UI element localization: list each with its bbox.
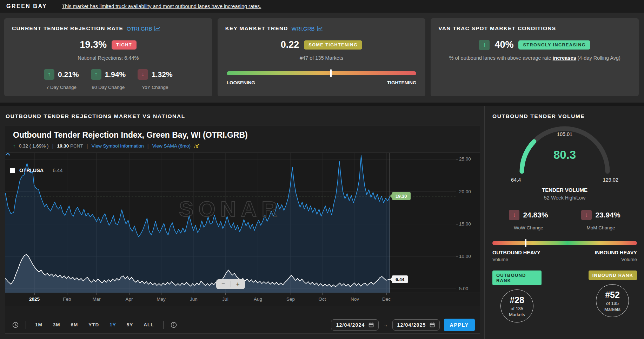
y-axis-label: 25.00	[459, 156, 471, 162]
arrow-down-icon: ↓	[581, 210, 592, 220]
status-badge-tight: TIGHT	[112, 40, 137, 50]
chart-title: Outbound Tender Rejection Index, Green B…	[13, 130, 472, 140]
arrow-down-icon: ↓	[509, 210, 519, 220]
range-button-all[interactable]: ALL	[139, 320, 158, 330]
mom-change: ↓ 23.94% MoM Change	[565, 210, 637, 230]
trend-marker	[330, 69, 332, 77]
date-from-input[interactable]: 12/04/2024	[331, 319, 378, 331]
x-axis-label: Feb	[63, 296, 71, 302]
range-button-1y[interactable]: 1Y	[105, 320, 120, 330]
x-axis-label: May	[157, 296, 166, 302]
date-to-input[interactable]: 12/04/2025	[392, 319, 440, 331]
range-button-3m[interactable]: 3M	[49, 320, 65, 330]
chevron-up-icon[interactable]	[5, 153, 10, 156]
divider	[163, 321, 164, 329]
x-axis-label: Sep	[286, 296, 295, 302]
chart-panel: Outbound Tender Rejection Index, Green B…	[5, 125, 480, 334]
time-axis[interactable]: 2025FebMarAprMayJunJulAugSepOctNovDec	[5, 293, 480, 306]
symbol-link-otri[interactable]: OTRI.GRB	[127, 26, 160, 32]
outbound-rank: OUTBOUND RANK #28 of 135 Markets	[492, 270, 542, 322]
price-tag-market: 19.30	[392, 192, 411, 200]
y-axis-label: 5.00	[459, 286, 468, 291]
range-button-ytd[interactable]: YTD	[84, 320, 103, 330]
change-up-arrow: ↑	[13, 143, 15, 149]
trend-value: 0.22	[281, 39, 299, 50]
increases-link[interactable]: increases	[553, 55, 576, 61]
calendar-icon	[430, 322, 435, 327]
range-button-1m[interactable]: 1M	[31, 320, 47, 330]
haul-balance-bar	[492, 241, 637, 245]
line-chart-icon	[317, 26, 323, 31]
chart-plot-area[interactable]: SONAR OTRI.USA 6.44 19.30 6.44 − +	[5, 153, 456, 293]
scale-label-loosening: LOOSENING	[227, 80, 255, 85]
legend-swatch[interactable]	[10, 168, 15, 173]
chart-canvas	[5, 153, 456, 293]
outbound-rank-circle: #28 of 135 Markets	[500, 289, 533, 322]
spot-subtext: % of outbound lanes with above average r…	[438, 55, 631, 61]
price-tag-national: 6.44	[392, 275, 408, 283]
view-sama-link[interactable]: View SAMA (6mo)	[152, 143, 191, 149]
divider: |	[87, 143, 88, 149]
rejection-rate-value: 19.3%	[80, 39, 107, 50]
inbound-rank-circle: #52 of 135 Markets	[596, 284, 629, 317]
symbol-link-wri[interactable]: WRI.GRB	[292, 26, 323, 32]
date-to-value: 12/04/2025	[397, 322, 426, 328]
outbound-heavy-label: OUTBOUND HEAVY	[492, 250, 540, 255]
market-description-link[interactable]: This market has limited truck availabili…	[62, 4, 261, 9]
wow-change: ↓ 24.83% WoW Change	[492, 210, 565, 230]
outbound-tender-volume-panel: OUTBOUND TENDER VOLUME 105.01 80.3 64.4 …	[484, 106, 644, 339]
change-value: 24.83%	[523, 211, 548, 219]
legend-name: OTRI.USA	[19, 168, 44, 173]
high-low-caption: 52-Week High/Low	[492, 195, 637, 201]
clock-icon[interactable]	[10, 322, 21, 328]
chart-change: 0.32 ( 1.69% )	[19, 143, 49, 149]
arrow-down-icon: ↓	[138, 69, 148, 80]
x-axis-label: 2025	[29, 296, 40, 302]
tightening-scale-bar	[227, 71, 417, 75]
change-value: 1.94%	[105, 70, 126, 79]
apply-button[interactable]: APPLY	[444, 319, 475, 331]
outbound-volume-sub: Volume	[492, 257, 540, 262]
change-label: WoW Change	[514, 225, 543, 230]
x-axis-label: Jun	[190, 296, 198, 302]
y-axis-label: 20.00	[459, 189, 471, 194]
sidebar-title: OUTBOUND TENDER VOLUME	[492, 113, 637, 119]
info-icon[interactable]	[168, 322, 179, 328]
chart-last-value: 19.30	[57, 143, 69, 149]
zoom-in-button[interactable]: +	[231, 279, 245, 289]
y-axis-label: 10.00	[459, 254, 471, 259]
legend-otri-usa[interactable]: OTRI.USA 6.44	[10, 168, 63, 173]
change-7day: ↑ 0.21% 7 Day Change	[44, 69, 79, 90]
inbound-volume-sub: Volume	[595, 257, 637, 262]
zoom-out-button[interactable]: −	[216, 279, 231, 289]
range-button-5y[interactable]: 5Y	[122, 320, 138, 330]
line-chart-icon	[154, 26, 160, 31]
calendar-icon	[369, 322, 374, 327]
card-spot-market-conditions: VAN TRAC SPOT MARKET CONDITIONS ↑ 40% ST…	[431, 18, 639, 96]
card-tender-rejection-rate: CURRENT TENDER REJECTION RATE OTRI.GRB 1…	[4, 18, 212, 96]
tender-volume-gauge: 105.01 80.3	[516, 122, 614, 178]
rank-sub: of 135	[511, 306, 523, 311]
spot-subtext-suffix: (4-day Rolling Avg)	[576, 55, 620, 61]
tender-volume-caption: TENDER VOLUME	[492, 187, 637, 193]
change-label: YoY Change	[142, 85, 168, 90]
change-90day: ↑ 1.94% 90 Day Change	[91, 69, 126, 90]
card-title: VAN TRAC SPOT MARKET CONDITIONS	[438, 25, 556, 32]
card-key-market-trend: KEY MARKET TREND WRI.GRB 0.22 SOME TIGHT…	[218, 18, 426, 96]
summary-cards: CURRENT TENDER REJECTION RATE OTRI.GRB 1…	[0, 13, 644, 103]
inbound-heavy-label: INBOUND HEAVY	[595, 250, 637, 255]
card-title: KEY MARKET TREND	[225, 25, 288, 32]
x-axis-label: Jul	[222, 296, 228, 302]
range-button-6m[interactable]: 6M	[67, 320, 82, 330]
symbol-text: OTRI.GRB	[127, 26, 152, 32]
change-value: 23.94%	[595, 211, 620, 219]
spot-subtext-prefix: % of outbound lanes with above average r…	[449, 55, 553, 61]
national-rejections-text: National Rejections: 6.44%	[12, 55, 205, 61]
view-symbol-info-link[interactable]: View Symbol Information	[92, 143, 144, 149]
gauge-top-label: 105.01	[516, 131, 614, 137]
x-axis-label: Nov	[351, 296, 359, 302]
rank-number: #52	[605, 290, 620, 300]
chart-unit: PCNT	[70, 143, 83, 149]
sonar-watermark: SONAR	[179, 196, 282, 221]
price-axis[interactable]: 25.0020.0015.0010.005.00	[456, 153, 480, 293]
